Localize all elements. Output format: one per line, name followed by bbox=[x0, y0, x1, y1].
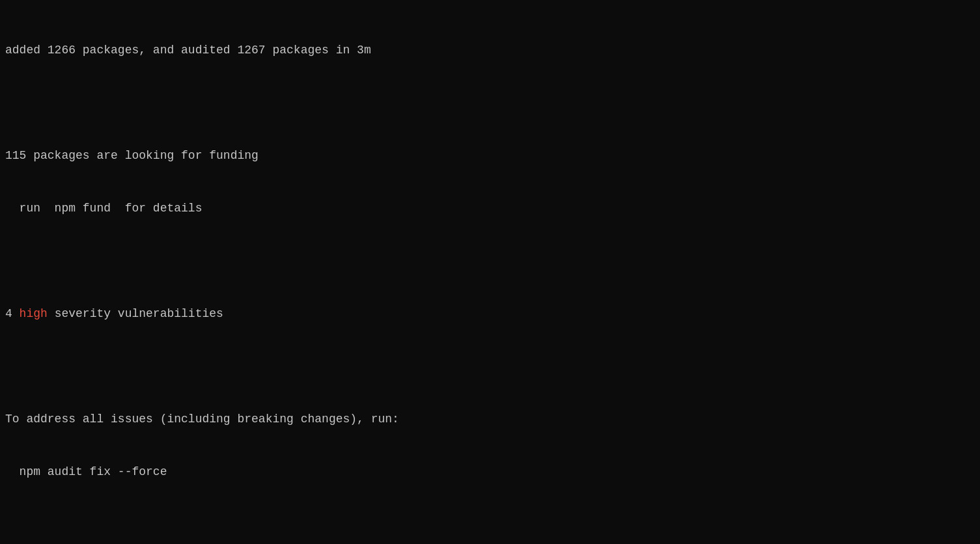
line-npm-audit-fix: npm audit fix --force bbox=[5, 463, 975, 481]
line-blank-4 bbox=[5, 516, 975, 534]
line-to-address: To address all issues (including breakin… bbox=[5, 411, 975, 428]
line-blank-1 bbox=[5, 94, 975, 112]
line-severity: 4 high severity vulnerabilities bbox=[5, 305, 975, 323]
terminal: added 1266 packages, and audited 1267 pa… bbox=[0, 0, 980, 544]
line-funding: 115 packages are looking for funding bbox=[5, 147, 975, 165]
line-1: added 1266 packages, and audited 1267 pa… bbox=[5, 42, 975, 59]
high-text: high bbox=[20, 307, 48, 320]
line-blank-2 bbox=[5, 252, 975, 270]
line-run-fund: run npm fund for details bbox=[5, 200, 975, 217]
line-blank-3 bbox=[5, 358, 975, 375]
